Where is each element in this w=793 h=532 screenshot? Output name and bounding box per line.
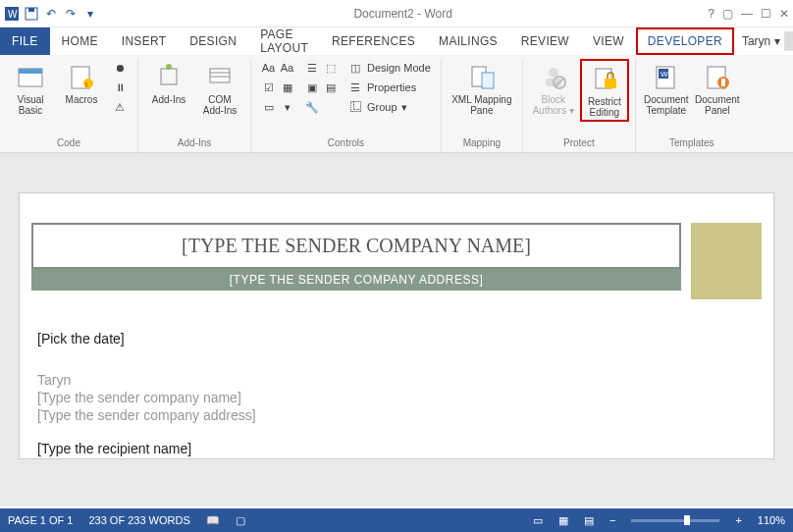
zoom-out-button[interactable]: − (609, 514, 615, 526)
user-menu[interactable]: Taryn ▾ (734, 27, 793, 55)
minimize-icon[interactable]: — (741, 7, 753, 21)
title-bar: W ↶ ↷ ▾ Document2 - Word ? ▢ — ☐ ✕ (0, 0, 793, 27)
word-count[interactable]: 233 OF 233 WORDS (88, 514, 189, 526)
design-mode-icon: ◫ (347, 60, 363, 76)
svg-rect-11 (210, 69, 230, 82)
group-addins: Add-Ins COM Add-Ins Add-Ins (138, 59, 251, 152)
addins-icon (153, 61, 185, 92)
building-block-control[interactable]: ▣▤ (302, 79, 340, 96)
visual-basic-button[interactable]: Visual Basic (6, 59, 55, 118)
checkbox-control[interactable]: ☑▦ (259, 79, 296, 96)
restrict-editing-icon (589, 63, 620, 94)
read-mode-icon[interactable]: ▭ (533, 514, 543, 527)
block-authors-icon (538, 61, 569, 92)
window-title: Document2 - Word (98, 7, 708, 21)
undo-icon[interactable]: ↶ (43, 6, 59, 22)
ribbon-tabs: FILE HOME INSERT DESIGN PAGE LAYOUT REFE… (0, 27, 793, 55)
sender-address-field[interactable]: [Type the sender company address] (37, 407, 756, 423)
tab-review[interactable]: REVIEW (509, 27, 581, 55)
svg-text:!: ! (85, 80, 87, 89)
document-template-icon: W (651, 61, 682, 92)
document-panel-icon (702, 61, 733, 92)
block-authors-button: Block Authors ▾ (529, 59, 578, 118)
xml-mapping-icon (466, 61, 498, 92)
tab-developer[interactable]: DEVELOPER (636, 27, 734, 55)
tab-design[interactable]: DESIGN (178, 27, 248, 55)
svg-rect-25 (721, 79, 725, 86)
maximize-icon[interactable]: ☐ (761, 7, 771, 21)
design-mode-button[interactable]: ◫Design Mode (345, 59, 433, 77)
macros-button[interactable]: ! Macros (57, 59, 106, 107)
sender-company-address[interactable]: [TYPE THE SENDER COMPANY ADDRESS] (31, 269, 681, 291)
macro-record-status-icon[interactable]: ▢ (236, 514, 245, 527)
dropdown-control[interactable]: ▭▾ (259, 98, 296, 116)
ribbon-options-icon[interactable]: ▢ (722, 7, 733, 21)
svg-rect-9 (161, 69, 177, 84)
close-icon[interactable]: ✕ (779, 7, 789, 21)
status-bar: PAGE 1 OF 1 233 OF 233 WORDS 📖 ▢ ▭ ▦ ▤ −… (0, 508, 793, 532)
spellcheck-icon[interactable]: 📖 (206, 514, 220, 527)
date-field[interactable]: [Pick the date] (37, 331, 756, 346)
help-icon[interactable]: ? (708, 7, 714, 21)
tab-home[interactable]: HOME (50, 27, 110, 55)
addins-button[interactable]: Add-Ins (144, 59, 193, 107)
svg-point-10 (166, 64, 172, 70)
picture-control[interactable]: ☰⬚ (302, 59, 340, 77)
group-button[interactable]: ⿺Group▾ (345, 98, 433, 116)
sender-name[interactable]: Taryn (37, 372, 756, 388)
document-panel-button[interactable]: Document Panel (693, 59, 742, 118)
group-templates: W Document Template Document Panel Templ… (636, 59, 748, 152)
tab-view[interactable]: VIEW (581, 27, 636, 55)
zoom-level[interactable]: 110% (758, 514, 785, 526)
rich-text-control[interactable]: AaAa (259, 59, 296, 77)
save-icon[interactable] (24, 6, 39, 22)
page-indicator[interactable]: PAGE 1 OF 1 (8, 514, 73, 526)
avatar (784, 31, 793, 51)
pause-recording-button[interactable]: ⏸ (110, 79, 130, 96)
tab-page-layout[interactable]: PAGE LAYOUT (248, 27, 320, 55)
ribbon: Visual Basic ! Macros ⏺ ⏸ ⚠ Code Add-Ins… (0, 55, 793, 153)
tab-file[interactable]: FILE (0, 27, 50, 55)
redo-icon[interactable]: ↷ (63, 6, 79, 22)
web-layout-icon[interactable]: ▤ (584, 514, 594, 527)
com-addins-button[interactable]: COM Add-Ins (195, 59, 244, 118)
svg-text:W: W (8, 9, 18, 20)
svg-rect-19 (605, 79, 616, 88)
document-area[interactable]: [TYPE THE SENDER COMPANY NAME] [TYPE THE… (0, 153, 793, 506)
properties-icon: ☰ (347, 80, 363, 95)
tab-references[interactable]: REFERENCES (320, 27, 427, 55)
qat-customize-icon[interactable]: ▾ (82, 6, 98, 22)
shield-icon: ⚠ (112, 99, 128, 115)
chevron-down-icon: ▾ (401, 101, 407, 114)
macro-security-button[interactable]: ⚠ (110, 98, 130, 116)
properties-button[interactable]: ☰Properties (345, 79, 433, 96)
word-app-icon: W (4, 6, 20, 22)
record-macro-button[interactable]: ⏺ (110, 59, 130, 77)
group-controls-label: Controls (328, 135, 364, 152)
zoom-in-button[interactable]: + (735, 514, 741, 526)
recipient-name-field[interactable]: [Type the recipient name] (37, 441, 756, 456)
group-templates-label: Templates (669, 135, 714, 152)
visual-basic-icon (15, 61, 46, 92)
user-name: Taryn (742, 34, 770, 48)
sender-company-title[interactable]: [TYPE THE SENDER COMPANY NAME] (31, 223, 681, 269)
legacy-tools[interactable]: 🔧 (302, 98, 340, 116)
zoom-slider[interactable] (631, 519, 719, 522)
tab-insert[interactable]: INSERT (110, 27, 179, 55)
tab-mailings[interactable]: MAILINGS (427, 27, 509, 55)
svg-rect-5 (19, 69, 42, 74)
pause-icon: ⏸ (112, 80, 128, 95)
macros-icon: ! (66, 61, 97, 92)
com-addins-icon (204, 61, 236, 92)
xml-mapping-pane-button[interactable]: XML Mapping Pane (448, 59, 516, 118)
logo-placeholder[interactable] (691, 223, 762, 299)
group-protect-label: Protect (563, 135, 595, 152)
svg-rect-13 (482, 73, 494, 88)
sender-company-field[interactable]: [Type the sender company name] (37, 390, 756, 405)
group-controls: AaAa ☑▦ ▭▾ ☰⬚ ▣▤ 🔧 ◫Design Mode ☰Propert… (251, 59, 442, 152)
document-template-button[interactable]: W Document Template (642, 59, 691, 118)
group-code-label: Code (57, 135, 80, 152)
restrict-editing-button[interactable]: Restrict Editing (580, 59, 629, 122)
group-mapping: XML Mapping Pane Mapping (442, 59, 523, 152)
print-layout-icon[interactable]: ▦ (558, 514, 568, 527)
